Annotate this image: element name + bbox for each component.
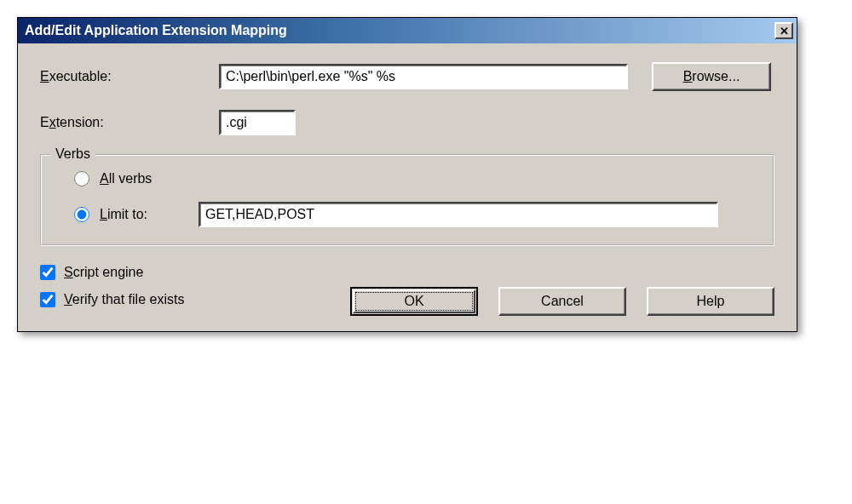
extension-input[interactable] — [219, 110, 296, 135]
executable-row: Executable: Browse... — [40, 62, 774, 91]
all-verbs-label: All verbs — [100, 171, 199, 186]
limit-to-input[interactable] — [199, 202, 718, 227]
executable-input[interactable] — [219, 64, 628, 89]
script-engine-row: Script engine — [40, 265, 313, 280]
verify-row: Verify that file exists — [40, 292, 313, 307]
dialog-title: Add/Edit Application Extension Mapping — [25, 23, 287, 38]
dialog-window: Add/Edit Application Extension Mapping E… — [17, 17, 797, 332]
dialog-body: Executable: Browse... Extension: Verbs A… — [18, 43, 797, 331]
all-verbs-row: All verbs — [74, 171, 756, 186]
verbs-legend: Verbs — [50, 146, 95, 162]
verbs-groupbox: Verbs All verbs Limit to: — [40, 154, 774, 246]
executable-label: Executable: — [40, 69, 219, 84]
browse-button[interactable]: Browse... — [652, 62, 771, 91]
limit-to-label: Limit to: — [100, 207, 199, 222]
extension-label: Extension: — [40, 115, 219, 130]
help-button[interactable]: Help — [647, 287, 774, 316]
ok-button-label: OK — [353, 289, 475, 313]
cancel-button[interactable]: Cancel — [498, 287, 626, 316]
checks-column: Script engine Verify that file exists — [40, 265, 313, 307]
close-button[interactable] — [774, 22, 793, 39]
script-engine-label: Script engine — [64, 265, 143, 280]
buttons-column: OK Cancel Help — [313, 265, 774, 316]
verify-checkbox[interactable] — [40, 292, 55, 307]
bottom-area: Script engine Verify that file exists OK… — [40, 265, 774, 316]
ok-button[interactable]: OK — [350, 287, 478, 316]
limit-to-row: Limit to: — [74, 202, 756, 227]
limit-to-radio[interactable] — [74, 207, 89, 222]
script-engine-checkbox[interactable] — [40, 265, 55, 280]
extension-row: Extension: — [40, 110, 774, 135]
titlebar: Add/Edit Application Extension Mapping — [18, 18, 797, 43]
verify-label: Verify that file exists — [64, 292, 184, 307]
all-verbs-radio[interactable] — [74, 171, 89, 186]
